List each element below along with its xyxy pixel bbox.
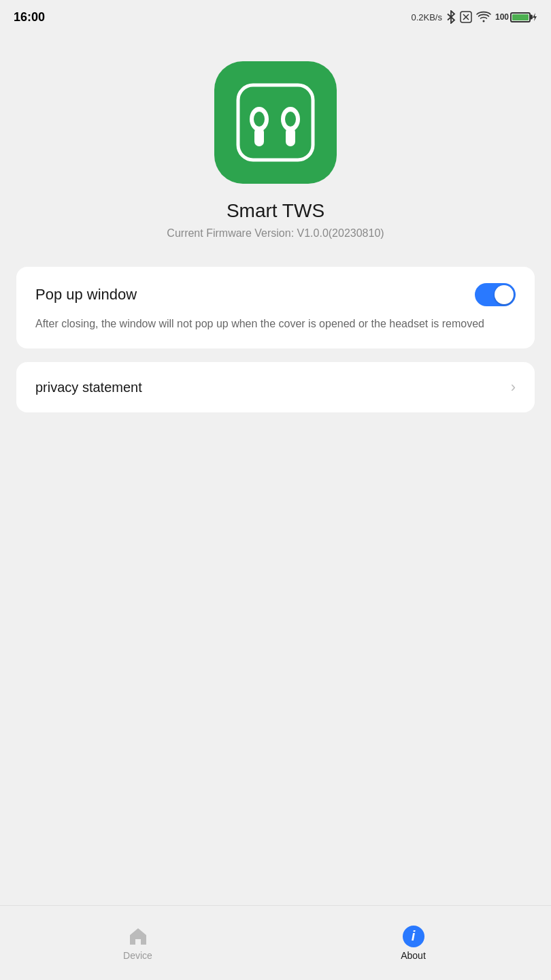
popup-window-toggle[interactable] (475, 283, 516, 306)
firmware-version: Current Firmware Version: V1.0.0(2023081… (167, 227, 384, 240)
charging-icon (532, 12, 537, 22)
device-icon (127, 926, 149, 947)
battery-indicator: 100 (495, 12, 537, 22)
wifi-icon (476, 11, 491, 23)
bluetooth-icon (446, 10, 456, 24)
toggle-thumb (495, 285, 514, 304)
main-content: Smart TWS Current Firmware Version: V1.0… (0, 34, 551, 521)
app-icon (214, 61, 337, 184)
popup-window-label: Pop up window (35, 286, 137, 304)
bottom-navigation: Device i About (0, 905, 551, 980)
nav-item-device[interactable]: Device (0, 926, 276, 961)
status-time: 16:00 (14, 10, 45, 24)
toggle-track (475, 283, 516, 306)
popup-window-description: After closing, the window will not pop u… (35, 316, 516, 332)
privacy-statement-card[interactable]: privacy statement › (16, 362, 535, 412)
svg-point-8 (285, 112, 296, 127)
privacy-statement-label: privacy statement (35, 380, 142, 395)
svg-point-5 (254, 112, 265, 127)
svg-point-1 (482, 20, 484, 22)
close-icon (460, 11, 472, 23)
app-name: Smart TWS (227, 200, 324, 222)
chevron-right-icon: › (511, 378, 516, 396)
battery-percent: 100 (495, 12, 509, 22)
status-bar: 16:00 0.2KB/s 100 (0, 0, 551, 34)
popup-window-card: Pop up window After closing, the window … (16, 267, 535, 348)
nav-item-about[interactable]: i About (276, 926, 551, 961)
svg-rect-2 (238, 85, 313, 160)
app-icon-container (214, 61, 337, 184)
device-nav-label: Device (123, 950, 152, 961)
earbuds-icon (231, 78, 320, 167)
status-icons: 0.2KB/s 100 (411, 10, 537, 24)
about-icon: i (403, 926, 424, 947)
network-speed: 0.2KB/s (411, 12, 442, 22)
about-nav-label: About (401, 950, 426, 961)
